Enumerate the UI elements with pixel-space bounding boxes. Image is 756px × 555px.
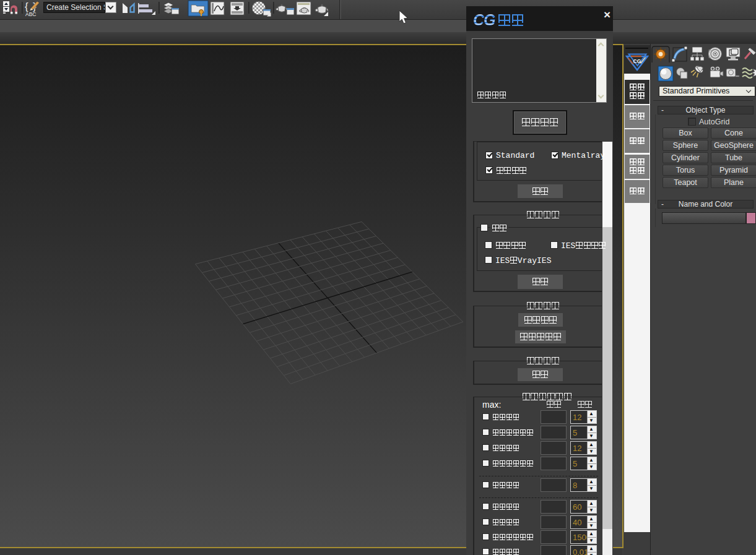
svg-text:ABC: ABC: [25, 11, 36, 17]
svg-text:CG: CG: [633, 58, 641, 64]
